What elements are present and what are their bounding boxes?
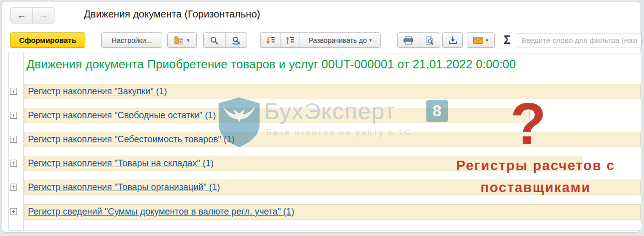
- expand-group: Разворачивать до ▾: [260, 32, 381, 48]
- annotation-text: Регистры расчетов с поставщиками: [431, 155, 641, 199]
- search-next-button[interactable]: [225, 33, 247, 47]
- gutter-divider: [23, 53, 24, 231]
- forward-arrow-icon: →: [38, 10, 48, 21]
- report-title: Движения документа Приобретение товаров …: [26, 57, 516, 71]
- expand-down-icon: [266, 36, 276, 45]
- back-button[interactable]: ←: [11, 7, 32, 23]
- print-preview-icon: [425, 36, 434, 45]
- print-preview-button[interactable]: [419, 33, 440, 47]
- expand-toggle[interactable]: +: [10, 136, 17, 143]
- printer-icon: [403, 36, 413, 45]
- search-group: [203, 32, 247, 48]
- register-link[interactable]: Регистр накопления "Товары организаций" …: [25, 182, 220, 193]
- register-link[interactable]: Регистр накопления "Закупки" (1): [25, 86, 167, 97]
- forward-button[interactable]: →: [32, 7, 54, 23]
- register-link[interactable]: Регистр накопления "Товары на складах" (…: [25, 158, 214, 169]
- register-link[interactable]: Регистр накопления "Себестоимость товаро…: [25, 134, 235, 145]
- expand-to-button[interactable]: Разворачивать до ▾: [300, 33, 380, 47]
- settings-button[interactable]: Настройки...: [101, 32, 162, 48]
- back-arrow-icon: ←: [17, 10, 26, 21]
- expand-toggle[interactable]: +: [10, 160, 17, 167]
- expand-toggle[interactable]: +: [10, 112, 17, 119]
- print-group: [397, 32, 440, 48]
- search-next-icon: [231, 36, 241, 45]
- envelope-icon: [473, 37, 483, 44]
- window-title: Движения документа (Горизонтально): [84, 8, 260, 20]
- sum-sigma-button[interactable]: Σ: [500, 32, 514, 48]
- folder-copy-icon: [174, 36, 184, 44]
- annotation-line1: Регистры расчетов с: [431, 155, 641, 177]
- chevron-down-icon: ▾: [486, 37, 488, 43]
- annotation-line2: поставщиками: [431, 177, 641, 199]
- expand-toggle[interactable]: +: [10, 184, 17, 191]
- register-link[interactable]: Регистр накопления "Свободные остатки" (…: [25, 110, 216, 121]
- print-button[interactable]: [398, 33, 419, 47]
- search-button[interactable]: [204, 33, 225, 47]
- generate-button[interactable]: Сформировать: [10, 32, 85, 48]
- register-row: Регистр накопления "Свободные остатки" (…: [24, 108, 530, 123]
- download-icon: [448, 36, 457, 44]
- search-icon: [210, 36, 219, 45]
- filter-input[interactable]: [517, 33, 642, 47]
- register-link[interactable]: Регистр сведений "Суммы документов в вал…: [25, 207, 294, 217]
- annotation-question-mark: ?: [502, 94, 554, 153]
- expand-toggle[interactable]: +: [10, 208, 17, 215]
- collapse-all-button[interactable]: [280, 33, 300, 47]
- expand-to-label: Разворачивать до: [309, 36, 367, 44]
- register-row: Регистр сведений "Суммы документов в вал…: [24, 204, 641, 220]
- report-variants-button[interactable]: ▾: [167, 32, 197, 48]
- nav-history-group: ← →: [10, 7, 54, 23]
- expand-toggle[interactable]: +: [10, 88, 17, 95]
- app-window: ← → Движения документа (Горизонтально) С…: [1, 1, 641, 233]
- expand-all-button[interactable]: [261, 33, 280, 47]
- save-report-button[interactable]: [442, 32, 463, 48]
- chevron-down-icon: ▾: [369, 37, 372, 43]
- send-email-button[interactable]: ▾: [467, 32, 495, 48]
- chevron-down-icon: ▾: [187, 37, 189, 43]
- collapse-up-icon: [285, 36, 295, 45]
